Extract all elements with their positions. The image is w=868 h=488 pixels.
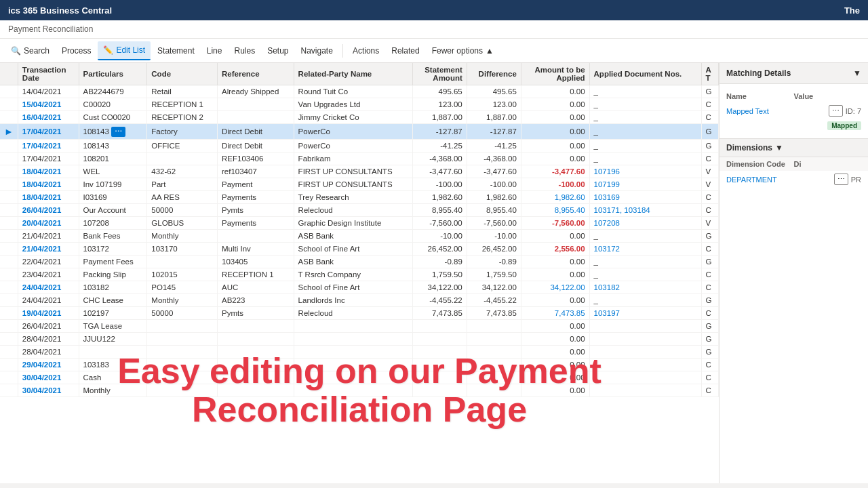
table-row[interactable]: 22/04/2021Payment Fees103405ASB Bank-0.8…	[0, 256, 719, 268]
fewer-options-button[interactable]: Fewer options ▲	[427, 41, 499, 60]
table-row[interactable]: 29/04/20211031830.00C	[0, 359, 719, 371]
cell-particulars: WEL	[79, 165, 147, 178]
cell-code: Monthly	[147, 230, 218, 243]
table-row[interactable]: 14/04/2021AB2244679RetailAlready Shipped…	[0, 85, 719, 98]
table-row[interactable]: 20/04/2021107208GLOBUSPaymentsGraphic De…	[0, 217, 719, 230]
date-link[interactable]: 15/04/2021	[22, 100, 62, 108]
cell-statement-amount	[413, 346, 467, 359]
doc-link[interactable]: 107208	[594, 219, 620, 227]
cell-statement-amount	[413, 384, 467, 397]
rules-button[interactable]: Rules	[229, 41, 260, 60]
date-link[interactable]: 30/04/2021	[22, 386, 62, 394]
table-row[interactable]: 26/04/2021TGA Lease0.00G	[0, 320, 719, 333]
mapped-text-label[interactable]: Mapped Text	[726, 107, 826, 115]
cell-code: RECEPTION 1	[147, 98, 218, 111]
table-row[interactable]: 18/04/2021Inv 107199PartPaymentFIRST UP …	[0, 178, 719, 191]
col-amt-to-apply: Amount to beApplied	[521, 63, 589, 85]
cell-amount-to-apply: -100.00	[521, 178, 589, 191]
cell-amount-to-apply: 0.00	[521, 98, 589, 111]
table-row[interactable]: 28/04/20210.00G	[0, 346, 719, 359]
line-button[interactable]: Line	[201, 41, 228, 60]
doc-link[interactable]: 103182	[594, 283, 620, 291]
cell-related-party: Landlords Inc	[294, 294, 413, 307]
process-button[interactable]: Process	[56, 41, 96, 60]
table-row[interactable]: 24/04/2021CHC LeaseMonthlyAB223Landlords…	[0, 294, 719, 307]
row-indicator	[0, 85, 18, 98]
table-row[interactable]: 21/04/2021Bank FeesMonthlyASB Bank-10.00…	[0, 230, 719, 243]
cell-at: V	[701, 217, 718, 230]
search-button[interactable]: 🔍 Search	[5, 41, 55, 60]
table-row[interactable]: 17/04/2021108143OFFICEDirect DebitPowerC…	[0, 140, 719, 152]
table-row[interactable]: 30/04/2021Cash0.00C	[0, 371, 719, 384]
doc-link[interactable]: 107196	[594, 167, 620, 176]
doc-link[interactable]: 107199	[594, 180, 620, 188]
cell-statement-amount: -3,477.60	[413, 165, 467, 178]
cell-amount-to-apply: 0.00	[521, 384, 589, 397]
date-link[interactable]: 16/04/2021	[22, 113, 62, 121]
table-row[interactable]: 17/04/2021108201REF103406Fabrikam-4,368.…	[0, 152, 719, 165]
table-row[interactable]: 24/04/2021103182PO145AUCSchool of Fine A…	[0, 281, 719, 294]
date-link[interactable]: 20/04/2021	[22, 219, 62, 227]
dim-department-options-btn[interactable]: ⋯	[834, 174, 848, 185]
setup-button[interactable]: Setup	[262, 41, 294, 60]
navigate-button[interactable]: Navigate	[296, 41, 338, 60]
cell-related-party: Relecloud	[294, 307, 413, 320]
doc-link[interactable]: 103171, 103184	[594, 206, 650, 214]
date-link[interactable]: 29/04/2021	[22, 361, 62, 369]
cell-at: G	[701, 140, 718, 152]
doc-link[interactable]: 103169	[594, 193, 620, 201]
date-link[interactable]: 21/04/2021	[22, 245, 62, 253]
table-row[interactable]: 23/04/2021Packing Slip102015RECEPTION 1T…	[0, 268, 719, 281]
table-row[interactable]: 28/04/2021JJUU1220.00G	[0, 333, 719, 346]
cell-code	[147, 333, 218, 346]
cell-particulars: I03169	[79, 191, 147, 204]
date-link[interactable]: 30/04/2021	[22, 373, 62, 382]
cell-particulars: 108143 ⋯	[79, 124, 147, 140]
cell-applied-doc	[589, 320, 701, 333]
related-button[interactable]: Related	[386, 41, 425, 60]
row-ellipsis-btn[interactable]: ⋯	[111, 127, 125, 137]
cell-applied-doc: _	[589, 140, 701, 152]
actions-button[interactable]: Actions	[347, 41, 384, 60]
cell-related-party: T Rsrch Company	[294, 268, 413, 281]
table-row[interactable]: 18/04/2021I03169AA RESPaymentsTrey Resea…	[0, 191, 719, 204]
cell-applied-doc	[589, 371, 701, 384]
line-label: Line	[207, 46, 222, 56]
date-link[interactable]: 24/04/2021	[22, 283, 62, 291]
table-row[interactable]: 16/04/2021Cust CO0020RECEPTION 2Jimmy Cr…	[0, 111, 719, 124]
date-link[interactable]: 17/04/2021	[22, 127, 62, 136]
table-row[interactable]: 21/04/2021103172103170Multi InvSchool of…	[0, 243, 719, 256]
toolbar: 🔍 Search Process ✏️ Edit List Statement …	[0, 39, 868, 63]
table-row[interactable]: 26/04/2021Our Account50000PymtsRelecloud…	[0, 204, 719, 217]
cell-at: G	[701, 256, 718, 268]
date-link[interactable]: 19/04/2021	[22, 309, 62, 317]
cell-code	[147, 152, 218, 165]
date-link[interactable]: 18/04/2021	[22, 180, 62, 188]
table-row[interactable]: 18/04/2021WEL432-62ref103407FIRST UP CON…	[0, 165, 719, 178]
table-row[interactable]: 30/04/2021Monthly0.00C	[0, 384, 719, 397]
toolbar-sep-1	[342, 44, 343, 58]
row-indicator	[0, 243, 18, 256]
table-row[interactable]: 19/04/202110219750000PymtsRelecloud7,473…	[0, 307, 719, 320]
related-label: Related	[391, 46, 419, 56]
statement-button[interactable]: Statement	[152, 41, 200, 60]
date-link[interactable]: 18/04/2021	[22, 193, 62, 201]
cell-difference: -4,368.00	[467, 152, 521, 165]
dim-department-code[interactable]: DEPARTMENT	[726, 176, 831, 184]
doc-link[interactable]: 103197	[594, 309, 620, 317]
cell-related-party: School of Fine Art	[294, 243, 413, 256]
edit-list-button[interactable]: ✏️ Edit List	[98, 41, 151, 60]
table-scroll[interactable]: TransactionDate Particulars Code Referen…	[0, 63, 719, 483]
cell-date: 17/04/2021	[18, 124, 79, 140]
table-row[interactable]: 15/04/2021C00020RECEPTION 1Van Upgrades …	[0, 98, 719, 111]
date-link[interactable]: 17/04/2021	[22, 142, 62, 150]
row-indicator	[0, 111, 18, 124]
table-row[interactable]: ►17/04/2021108143 ⋯FactoryDirect DebitPo…	[0, 124, 719, 140]
mapped-text-options-btn[interactable]: ⋯	[829, 105, 843, 117]
doc-link[interactable]: 103172	[594, 245, 620, 253]
cell-statement-amount: 26,452.00	[413, 243, 467, 256]
cell-date: 22/04/2021	[18, 256, 79, 268]
date-link[interactable]: 26/04/2021	[22, 206, 62, 214]
cell-code: 103170	[147, 243, 218, 256]
date-link[interactable]: 18/04/2021	[22, 167, 62, 176]
